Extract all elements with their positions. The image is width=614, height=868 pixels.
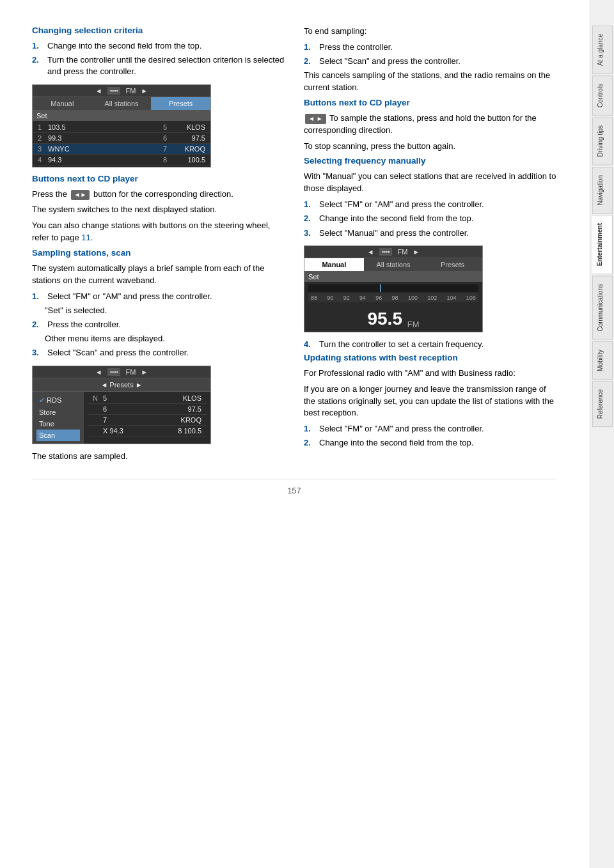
step-item: Turn the controller until the desired se… [32, 54, 285, 77]
header-icon: ▪▪▪▪ [379, 248, 393, 256]
freq-number: 95.5 [367, 309, 402, 329]
screen-tabs: Manual All stations Presets [33, 97, 210, 111]
scan-menu-right: N 5 KLOS 6 97.5 [84, 392, 210, 444]
freq-header-label: FM [397, 248, 407, 256]
freq-value-display: 95.5 FM [304, 302, 482, 332]
station-row: X 94.3 8 100.5 [88, 426, 207, 437]
freq-slider-bg [308, 284, 478, 292]
section-title-changing: Changing selection criteria [32, 26, 285, 35]
screen-scan: ◄ ▪▪▪▪ FM ► ◄ Presets ► ✔ RDS Store [32, 366, 211, 444]
freq-intro: With "Manual" you can select stations th… [304, 171, 556, 195]
screen-preset-selector: ◄ ▪▪▪▪ FM ► ■ Manual All stations Preset… [32, 84, 211, 167]
step-text: Select "FM" or "AM" and press the contro… [319, 423, 484, 435]
right-column: To end sampling: Press the controller. S… [304, 26, 556, 466]
freq-set-label: Set [304, 272, 482, 282]
buttons-text1: To sample the stations, press and hold t… [304, 113, 537, 135]
station-row: 6 97.5 [88, 404, 207, 415]
sub-step-1: "Set" is selected. [45, 305, 285, 316]
tab-presets[interactable]: Presets [151, 97, 210, 110]
sampling-footer: The stations are sampled. [32, 451, 285, 463]
step-text: Change into the second field from the to… [47, 40, 201, 52]
buttons-cd-text1: Press the ◄► button for the correspondin… [32, 189, 285, 201]
header-label: FM [125, 87, 136, 95]
tab-all-stations[interactable]: All stations [92, 97, 152, 110]
step-text: Turn the controller until the desired se… [47, 54, 285, 77]
scan-menu-area: ✔ RDS Store Tone Scan N 5 KLOS [33, 392, 210, 444]
step-item: Select "Scan" and press the controller. [32, 347, 285, 359]
sidebar: At a glance Controls Driving tips Naviga… [590, 0, 614, 868]
sidebar-tab-reference[interactable]: Reference [592, 381, 613, 427]
step-text: Change into the second field from the to… [319, 437, 473, 449]
sidebar-tab-navigation[interactable]: Navigation [592, 167, 613, 213]
step-item: Select "Manual" and press the controller… [304, 228, 556, 239]
screen-header: ◄ ▪▪▪▪ FM ► ■ [33, 85, 210, 97]
menu-item-tone[interactable]: Tone [36, 418, 80, 430]
step-item: Select "FM" or "AM" and press the contro… [32, 291, 285, 302]
steps-freq-4: Turn the controller to set a certain fre… [304, 339, 556, 350]
freq-screen-header: ◄ ▪▪▪▪ FM ► [304, 246, 482, 258]
sidebar-tab-driving-tips[interactable]: Driving tips [592, 117, 613, 165]
end-sampling-title: To end sampling: [304, 26, 556, 38]
section-title-sampling: Sampling stations, scan [32, 248, 285, 258]
freq-tab-presets[interactable]: Presets [423, 258, 482, 271]
menu-item-store[interactable]: Store [36, 407, 80, 418]
section-freq-manually: Selecting frequency manually With "Manua… [304, 156, 556, 350]
update-intro1: For Professional radio with "AM" and wit… [304, 368, 556, 380]
left-column: Changing selection criteria Change into … [32, 26, 285, 466]
steps-sampling: Select "FM" or "AM" and press the contro… [32, 291, 285, 302]
menu-item-rds[interactable]: ✔ RDS [36, 394, 80, 407]
sampling-intro: The system automatically plays a brief s… [32, 263, 285, 287]
section-updating-stations: Updating stations with best reception Fo… [304, 353, 556, 449]
freq-cursor-area: 88 90 92 94 96 98 100 102 104 106 [304, 282, 482, 302]
station-row: 7 KROQ [88, 415, 207, 426]
sidebar-tab-communications[interactable]: Communications [592, 275, 613, 339]
header-left: ◄ [95, 368, 102, 376]
station-row: 1 103.5 5 KLOS [33, 122, 210, 133]
step-text: Press the controller. [47, 319, 121, 330]
step-text: Select "Scan" and press the controller. [319, 56, 460, 67]
header-arrow-right: ► [141, 87, 148, 95]
scan-screen-header: ◄ ▪▪▪▪ FM ► [33, 366, 210, 378]
cd-button-icon: ◄► [71, 190, 90, 201]
section-title-buttons-cd-right: Buttons next to CD player [304, 98, 556, 107]
page-link[interactable]: 11 [81, 233, 90, 242]
station-row: 4 94.3 8 100.5 [33, 155, 210, 166]
freq-tab-manual[interactable]: Manual [304, 258, 364, 271]
cd-left-right-icon: ◄ ► [305, 114, 326, 125]
step-item: Select "FM" or "AM" and press the contro… [304, 423, 556, 435]
steps-update: Select "FM" or "AM" and press the contro… [304, 423, 556, 449]
buttons-cd-text2: The system switches to the next displaye… [32, 204, 285, 216]
station-row: 2 99.3 6 97.5 [33, 133, 210, 144]
sidebar-tab-at-a-glance[interactable]: At a glance [592, 26, 613, 74]
section-title-freq: Selecting frequency manually [304, 156, 556, 166]
step-text: Turn the controller to set a certain fre… [319, 339, 484, 350]
freq-scale: 88 90 92 94 96 98 100 102 104 106 [308, 293, 478, 302]
step-text: Select "FM" or "AM" and press the contro… [319, 199, 484, 210]
menu-item-scan[interactable]: Scan [36, 430, 80, 441]
section-title-updating: Updating stations with best reception [304, 353, 556, 362]
freq-tab-all[interactable]: All stations [364, 258, 423, 271]
page-number: 157 [32, 479, 556, 495]
step-item: Select "FM" or "AM" and press the contro… [304, 199, 556, 210]
screen-stations-list: 1 103.5 5 KLOS 2 99.3 6 97.5 [33, 121, 210, 167]
section-buttons-cd: Buttons next to CD player Press the ◄► b… [32, 174, 285, 244]
freq-screen-tabs: Manual All stations Presets [304, 258, 482, 272]
sub-step-2: Other menu items are displayed. [45, 333, 285, 345]
sidebar-tab-controls[interactable]: Controls [592, 75, 613, 116]
step-item: Press the controller. [304, 42, 556, 53]
step-item: Select "Scan" and press the controller. [304, 56, 556, 67]
header-fm: FM [125, 368, 136, 376]
station-row-active: 3 WNYC 7 KROQ [33, 144, 210, 155]
header-right: ► [141, 368, 148, 376]
tab-manual[interactable]: Manual [33, 97, 92, 110]
step-item: Press the controller. [32, 319, 285, 330]
freq-cursor [380, 284, 381, 292]
sidebar-tab-entertainment[interactable]: Entertainment [592, 215, 613, 274]
step-text: Select "Manual" and press the controller… [319, 228, 469, 239]
section-changing-criteria: Changing selection criteria Change into … [32, 26, 285, 167]
sidebar-tab-mobility[interactable]: Mobility [592, 341, 613, 380]
scan-presets: ◄ Presets ► [33, 378, 210, 392]
scan-menu-left: ✔ RDS Store Tone Scan [33, 392, 84, 444]
buttons-text2: To stop scanning, press the button again… [304, 141, 556, 153]
section-end-sampling: To end sampling: Press the controller. S… [304, 26, 556, 94]
